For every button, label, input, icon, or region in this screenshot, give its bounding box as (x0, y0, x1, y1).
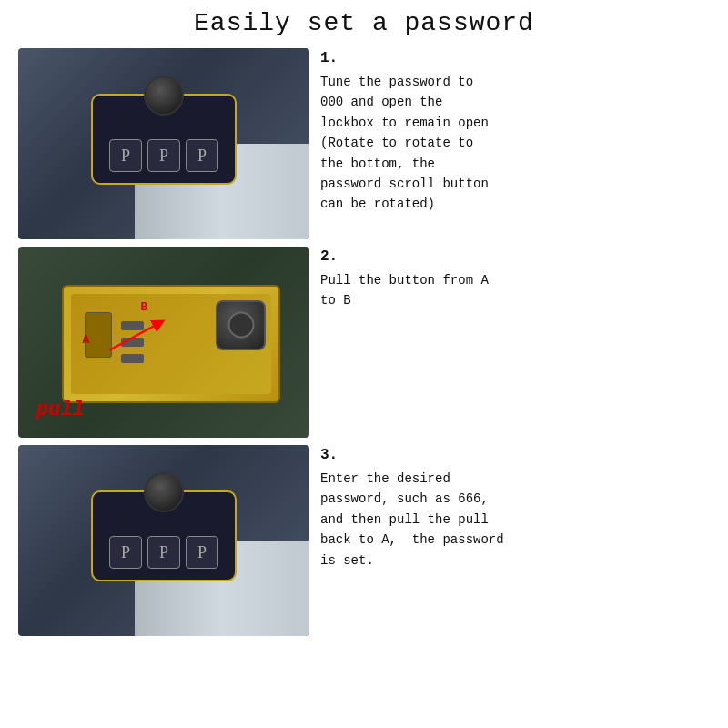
lock-knob-1 (144, 76, 184, 116)
step-description-1: Tune the password to 000 and open the lo… (320, 72, 710, 215)
step-description-2: Pull the button from A to B (320, 270, 710, 311)
step-text-1: 1. Tune the password to 000 and open the… (320, 48, 710, 215)
lockbox-panel-1: P P P (91, 94, 237, 185)
step-text-2: 2. Pull the button from A to B (320, 247, 710, 311)
lock-knob-3 (144, 472, 184, 512)
step-number-3: 3. (320, 447, 710, 463)
svg-line-1 (109, 323, 159, 350)
step-row-3: P P P 3. Enter the desired password, suc… (18, 445, 710, 636)
step-row-1: P P P 1. Tune the password to 000 and op… (18, 48, 710, 239)
step-image-2: A B pull (18, 247, 309, 438)
combo-display-3: P P P (109, 536, 218, 569)
combo-digit-2: P (147, 139, 180, 172)
lockbox-panel-3: P P P (91, 490, 237, 581)
combo-digit-1: P (109, 139, 142, 172)
page-title: Easily set a password (194, 9, 534, 37)
steps-container: P P P 1. Tune the password to 000 and op… (18, 48, 710, 636)
step-number-2: 2. (320, 248, 710, 265)
pull-arrow (100, 314, 173, 359)
pull-label: pull (36, 399, 85, 421)
combo-digit-3a: P (109, 536, 142, 569)
combo-digit-3b: P (147, 536, 180, 569)
arrow-label-b: B (140, 300, 147, 314)
step-number-1: 1. (320, 50, 710, 66)
step-description-3: Enter the desired password, such as 666,… (320, 469, 710, 571)
step-text-3: 3. Enter the desired password, such as 6… (320, 445, 710, 571)
step3-background: P P P (18, 445, 309, 636)
arrow-label-a: A (82, 333, 89, 347)
combo-digit-3c: P (186, 536, 218, 569)
page-container: Easily set a password P P P 1. (0, 0, 728, 728)
step-image-1: P P P (18, 48, 309, 239)
step1-background: P P P (18, 48, 309, 239)
step-image-3: P P P (18, 445, 309, 636)
step2-background: A B pull (18, 247, 309, 438)
step-row-2: A B pull 2. (18, 247, 710, 438)
lock-cylinder (216, 300, 266, 350)
combo-display-1: P P P (109, 139, 218, 172)
combo-digit-3: P (186, 139, 218, 172)
